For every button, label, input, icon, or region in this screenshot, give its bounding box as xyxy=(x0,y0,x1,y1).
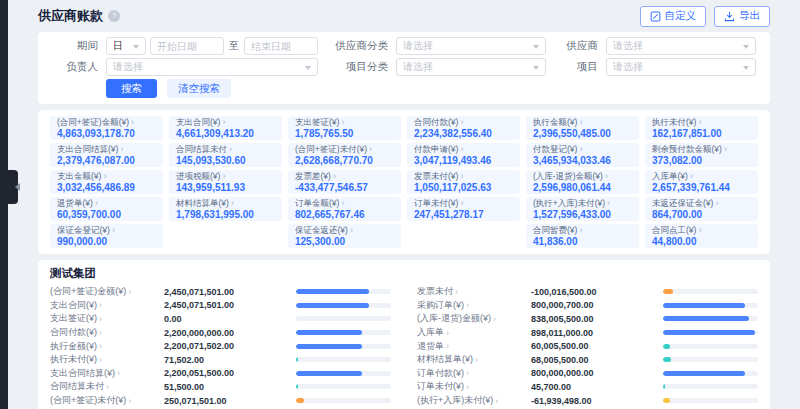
stat-card[interactable]: 订单未付(¥)›247,451,278.17 xyxy=(407,197,520,221)
supplier-select[interactable]: 请选择 xyxy=(606,37,756,55)
metric-label[interactable]: 订单未付(¥)› xyxy=(417,380,531,393)
project-select[interactable]: 请选择 xyxy=(606,58,756,76)
stat-card[interactable]: 退货单(¥)›60,359,700.00 xyxy=(50,197,163,221)
stat-card[interactable]: 合同点工(¥)›44,800.00 xyxy=(645,224,758,248)
stat-card[interactable]: 保证金登记(¥)›990,000.00 xyxy=(50,224,163,248)
stat-card[interactable]: 合同暂费(¥)›41,836.00 xyxy=(526,224,639,248)
stat-value: 145,093,530.60 xyxy=(176,155,275,166)
chevron-right-icon: › xyxy=(475,355,478,365)
metric-label[interactable]: (入库-退货)金额(¥)› xyxy=(417,312,531,325)
metric-label[interactable]: 支出合同(¥)› xyxy=(50,299,164,312)
stat-card[interactable]: 付款登记(¥)›3,465,934,033.46 xyxy=(526,143,639,167)
stat-card[interactable]: 保证金返还(¥)›125,300.00 xyxy=(288,224,401,248)
stat-card[interactable]: 订单金额(¥)›802,665,767.46 xyxy=(288,197,401,221)
stat-label: 材料结算单(¥)› xyxy=(176,198,275,208)
stat-card[interactable]: (入库-退货)金额(¥)›2,596,980,061.44 xyxy=(526,170,639,194)
stat-card[interactable]: 支出合同(¥)›4,661,309,413.20 xyxy=(169,116,282,140)
chevron-right-icon: › xyxy=(120,144,123,154)
stat-card[interactable]: 支出签证(¥)›1,785,765.50 xyxy=(288,116,401,140)
metric-value: 2,450,071,501.00 xyxy=(164,300,296,310)
stat-card[interactable]: 发票差(¥)›-433,477,546.57 xyxy=(288,170,401,194)
stat-card[interactable]: 合同付款(¥)›2,234,382,556.40 xyxy=(407,116,520,140)
metric-label[interactable]: 材料结算单(¥)› xyxy=(417,353,531,366)
stat-value: 143,959,511.93 xyxy=(176,182,275,193)
metric-bar xyxy=(296,330,391,335)
metric-label[interactable]: 发票未付› xyxy=(417,285,531,298)
metric-bar xyxy=(663,330,758,335)
metric-row: 合同付款(¥)›2,200,000,000.00 xyxy=(50,326,391,340)
help-icon[interactable]: ? xyxy=(108,10,120,22)
stat-value: 247,451,278.17 xyxy=(414,209,513,220)
stat-label: (合同+签证)未付(¥)› xyxy=(295,144,394,154)
export-button[interactable]: 导出 xyxy=(714,6,770,27)
stat-card[interactable]: 发票未付(¥)›1,050,117,025.63 xyxy=(407,170,520,194)
stat-label: 保证金返还(¥)› xyxy=(295,225,394,235)
stat-card[interactable]: 支出合同结算(¥)›2,379,476,087.00 xyxy=(50,143,163,167)
customize-button[interactable]: 自定义 xyxy=(640,6,707,27)
metric-label[interactable]: 采购订单(¥)› xyxy=(417,299,531,312)
metric-row: 订单付款(¥)›800,000,000.00 xyxy=(417,367,758,381)
stat-card[interactable]: 未返还保证金(¥)›864,700.00 xyxy=(645,197,758,221)
metric-label[interactable]: (合同+签证)金额(¥)› xyxy=(50,285,164,298)
stat-card[interactable]: 剩余预付款金额(¥)›373,082.00 xyxy=(645,143,758,167)
topbar-actions: 自定义 导出 xyxy=(640,6,771,27)
stat-card[interactable]: 执行未付(¥)›162,167,851.00 xyxy=(645,116,758,140)
stat-value: 990,000.00 xyxy=(57,236,156,247)
stat-card[interactable]: (合同+签证)金额(¥)›4,863,093,178.70 xyxy=(50,116,163,140)
metric-bar xyxy=(296,303,391,308)
chevron-right-icon: › xyxy=(605,171,608,181)
stat-card[interactable]: 入库单(¥)›2,657,339,761.44 xyxy=(645,170,758,194)
metric-bar xyxy=(663,357,758,362)
supplier-category-select[interactable]: 请选择 xyxy=(396,37,546,55)
sidebar-toggle-tab[interactable] xyxy=(8,170,18,204)
metric-label[interactable]: 订单付款(¥)› xyxy=(417,367,531,380)
chevron-right-icon: › xyxy=(229,144,232,154)
metric-label[interactable]: (合同+签证)未付(¥)› xyxy=(50,394,164,407)
chevron-right-icon: › xyxy=(495,396,498,406)
stat-value: 2,379,476,087.00 xyxy=(57,155,156,166)
metric-label[interactable]: (执行+入库)未付(¥)› xyxy=(417,394,531,407)
metric-label[interactable]: 合同结算未付› xyxy=(50,380,164,393)
stat-card[interactable]: (合同+签证)未付(¥)›2,628,668,770.70 xyxy=(288,143,401,167)
metric-label[interactable]: 执行金额(¥)› xyxy=(50,340,164,353)
stat-label: 支出合同结算(¥)› xyxy=(57,144,156,154)
edit-icon xyxy=(650,11,661,22)
clear-search-button[interactable]: 清空搜索 xyxy=(167,79,231,98)
start-date-input[interactable] xyxy=(150,37,224,55)
metric-label[interactable]: 支出合同结算(¥)› xyxy=(50,367,164,380)
metric-bar xyxy=(663,303,758,308)
owner-select[interactable]: 请选择 xyxy=(106,58,318,76)
search-button[interactable]: 搜索 xyxy=(106,79,157,98)
chevron-right-icon: › xyxy=(579,117,582,127)
metric-bar-fill xyxy=(663,289,673,294)
chevron-right-icon: › xyxy=(131,117,134,127)
stat-card[interactable]: 支出金额(¥)›3,032,456,486.89 xyxy=(50,170,163,194)
chevron-right-icon: › xyxy=(446,341,449,351)
stat-card[interactable]: 付款申请(¥)›3,047,119,493.46 xyxy=(407,143,520,167)
chevron-right-icon: › xyxy=(99,355,102,365)
chevron-right-icon: › xyxy=(698,117,701,127)
metric-label[interactable]: 合同付款(¥)› xyxy=(50,326,164,339)
stat-card[interactable]: 合同结算未付›145,093,530.60 xyxy=(169,143,282,167)
metric-row: 入库单›898,011,000.00 xyxy=(417,326,758,340)
stat-card[interactable]: 材料结算单(¥)›1,798,631,995.00 xyxy=(169,197,282,221)
metric-label[interactable]: 执行未付(¥)› xyxy=(50,353,164,366)
metric-bar-fill xyxy=(296,357,298,362)
metric-column-right: 发票未付›-100,016,500.00采购订单(¥)›800,000,700.… xyxy=(417,285,758,409)
period-unit-select[interactable]: 日 xyxy=(106,37,146,55)
stat-value: 373,082.00 xyxy=(652,155,751,166)
metric-label[interactable]: 退货单› xyxy=(417,340,531,353)
metric-value: 2,200,051,500.00 xyxy=(164,368,296,378)
chevron-right-icon: › xyxy=(466,368,469,378)
metric-value: 60,005,500.00 xyxy=(531,341,663,351)
end-date-input[interactable] xyxy=(244,37,318,55)
chevron-right-icon: › xyxy=(112,225,115,235)
stat-card[interactable]: (执行+入库)未付(¥)›1,527,596,433.00 xyxy=(526,197,639,221)
stat-card[interactable]: 进项税额(¥)›143,959,511.93 xyxy=(169,170,282,194)
project-category-select[interactable]: 请选择 xyxy=(396,58,546,76)
metric-value: 71,502.00 xyxy=(164,355,296,365)
metric-label[interactable]: 支出签证(¥)› xyxy=(50,312,164,325)
metric-row: 材料结算单(¥)›68,005,500.00 xyxy=(417,353,758,367)
stat-card[interactable]: 执行金额(¥)›2,396,550,485.00 xyxy=(526,116,639,140)
metric-label[interactable]: 入库单› xyxy=(417,326,531,339)
